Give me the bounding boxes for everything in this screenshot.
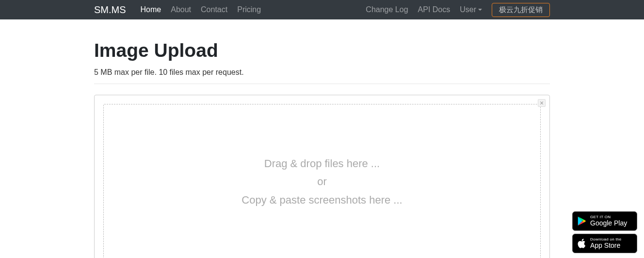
chevron-down-icon	[478, 9, 482, 11]
google-play-icon	[577, 216, 587, 226]
nav-home[interactable]: Home	[141, 5, 161, 14]
navbar: SM.MS Home About Contact Pricing Change …	[0, 0, 644, 19]
apple-icon	[577, 238, 587, 249]
google-play-big: Google Play	[590, 220, 627, 227]
app-store-big: App Store	[590, 242, 622, 249]
dropzone-text: Drag & drop files here ... or Copy & pas…	[242, 155, 402, 209]
nav-about[interactable]: About	[171, 5, 191, 14]
close-icon[interactable]: ×	[538, 99, 546, 107]
nav-apidocs[interactable]: API Docs	[418, 5, 451, 14]
app-store-badge[interactable]: Download on the App Store	[572, 234, 637, 253]
main-container: Image Upload 5 MB max per file. 10 files…	[94, 19, 550, 258]
brand-logo[interactable]: SM.MS	[94, 4, 126, 16]
nav-user-label: User	[460, 5, 476, 14]
dropzone-line3: Copy & paste screenshots here ...	[242, 191, 402, 209]
promo-button[interactable]: 极云九折促销	[492, 3, 550, 17]
divider	[94, 84, 550, 84]
page-title: Image Upload	[94, 40, 550, 61]
google-play-badge[interactable]: GET IT ON Google Play	[572, 211, 637, 231]
nav-contact[interactable]: Contact	[201, 5, 227, 14]
nav-changelog[interactable]: Change Log	[366, 5, 408, 14]
file-dropzone[interactable]: Drag & drop files here ... or Copy & pas…	[103, 104, 541, 258]
page-subtitle: 5 MB max per file. 10 files max per requ…	[94, 68, 550, 77]
nav-right: Change Log API Docs User 极云九折促销	[366, 3, 550, 17]
nav-user-dropdown[interactable]: User	[460, 5, 482, 14]
dropzone-line2: or	[242, 172, 402, 190]
dropzone-line1: Drag & drop files here ...	[242, 155, 402, 172]
store-badges: GET IT ON Google Play Download on the Ap…	[572, 211, 637, 253]
nav-left: Home About Contact Pricing	[141, 5, 261, 14]
nav-pricing[interactable]: Pricing	[237, 5, 261, 14]
google-play-text: GET IT ON Google Play	[590, 215, 627, 227]
app-store-text: Download on the App Store	[590, 238, 622, 249]
upload-panel: × Drag & drop files here ... or Copy & p…	[94, 95, 550, 258]
